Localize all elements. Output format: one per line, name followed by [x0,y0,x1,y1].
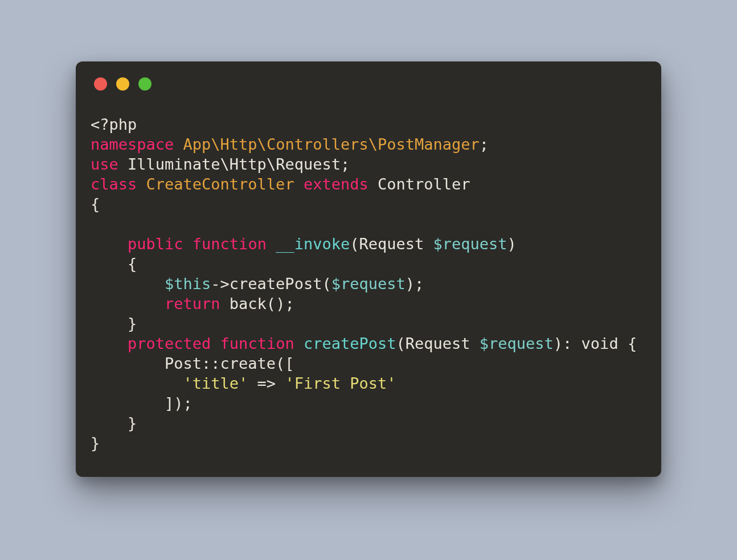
window-traffic-lights [91,77,646,90]
kw-use: use [91,155,118,173]
assoc-arrow: => [248,374,285,392]
sig-open: (Request [350,235,433,253]
code-block: <?php namespace App\Http\Controllers\Pos… [91,114,646,453]
page-stage: <?php namespace App\Http\Controllers\Pos… [0,0,737,560]
use-path: Illuminate\Http\Request [128,155,341,173]
kw-extends: extends [304,175,368,193]
brace-close: } [128,315,137,332]
php-open-tag: <?php [91,116,137,133]
str-title-key: 'title' [183,374,248,392]
namespace-path: App\Http\Controllers\PostManager [183,135,480,153]
kw-function: function [193,235,267,253]
var-this: $this [165,275,211,293]
brace-open: { [128,255,137,273]
var-request: $request [331,275,406,293]
window-minimize-icon[interactable] [116,77,129,90]
var-request: $request [480,335,554,352]
semi: ; [480,135,489,153]
str-title-val: 'First Post' [285,374,396,392]
kw-function: function [220,335,294,352]
brace-open: { [91,195,100,213]
window-zoom-icon[interactable] [138,77,152,90]
parent-class: Controller [378,175,470,193]
fn-invoke: __invoke [276,235,350,253]
kw-return: return [165,295,220,312]
fn-createpost: createPost [304,335,396,352]
sig-open: (Request [396,335,479,352]
semi: ; [341,155,350,173]
return-back: back(); [220,295,294,312]
kw-class: class [91,175,137,193]
kw-public: public [128,235,183,253]
array-close: ]); [165,394,193,412]
var-request: $request [433,235,507,253]
sig-close: ): void { [554,335,637,352]
window-close-icon[interactable] [94,77,107,90]
kw-namespace: namespace [91,135,174,153]
method-call: ->createPost( [211,275,331,293]
kw-protected: protected [128,335,211,352]
brace-close: } [91,434,100,452]
post-create: Post::create([ [165,355,294,372]
brace-close: } [128,414,137,432]
class-name: CreateController [146,175,294,193]
call-close: ); [406,275,424,293]
sig-close: ) [507,235,517,253]
code-window: <?php namespace App\Http\Controllers\Pos… [76,61,661,477]
